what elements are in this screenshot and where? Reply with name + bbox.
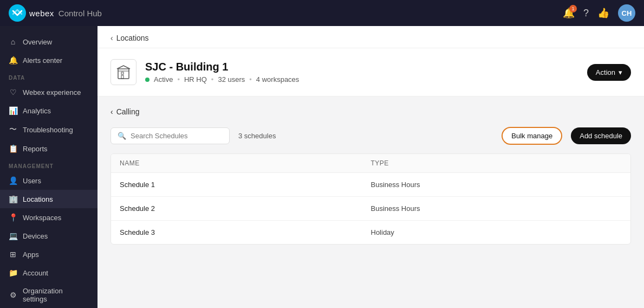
search-box: 🔍: [110, 127, 230, 144]
sidebar-label-workspaces: Workspaces: [23, 214, 61, 222]
sidebar-item-apps[interactable]: ⊞ Apps: [0, 245, 97, 264]
devices-icon: 💻: [9, 232, 17, 240]
analytics-icon: 📊: [9, 106, 17, 115]
location-info: SJC - Building 1 Active • HR HQ • 32 use…: [145, 61, 299, 84]
table-row[interactable]: Schedule 3 Holiday: [111, 221, 630, 244]
locations-icon: 🏢: [9, 195, 17, 203]
reports-icon: 📋: [9, 144, 17, 153]
settings-icon: ⚙: [9, 291, 17, 299]
content-area: ‹ Locations SJC - Building 1: [97, 26, 644, 308]
sidebar-item-workspaces[interactable]: 📍 Workspaces: [0, 208, 97, 227]
sidebar-label-locations: Locations: [23, 195, 53, 203]
location-header-left: SJC - Building 1 Active • HR HQ • 32 use…: [110, 59, 299, 85]
schedules-toolbar: 🔍 3 schedules Bulk manage Add schedule: [110, 127, 631, 145]
sidebar-item-locations[interactable]: 🏢 Locations: [0, 190, 97, 208]
table-row[interactable]: Schedule 1 Business Hours: [111, 173, 630, 197]
notification-icon[interactable]: 🔔 1: [563, 7, 575, 19]
sidebar-label-webex-experience: Webex experience: [23, 88, 81, 97]
action-button-label: Action: [596, 68, 615, 76]
sidebar-item-troubleshooting[interactable]: 〜 Troubleshooting: [0, 120, 97, 139]
sidebar-label-analytics: Analytics: [23, 107, 51, 115]
schedule-type-2: Business Hours: [371, 204, 622, 213]
col-header-name: Name: [120, 159, 371, 167]
webex-logo: webex Control Hub: [9, 4, 102, 22]
svg-rect-3: [121, 75, 123, 79]
users-icon: 👤: [9, 176, 17, 185]
location-users: 32 users: [218, 75, 245, 84]
svg-rect-2: [121, 72, 123, 74]
action-button[interactable]: Action ▾: [587, 64, 631, 81]
feedback-icon[interactable]: 👍: [597, 7, 609, 19]
brand-name: webex: [29, 9, 54, 18]
calling-label[interactable]: Calling: [116, 107, 140, 116]
action-chevron-icon: ▾: [619, 68, 622, 76]
location-breadcrumb: ‹ Locations: [97, 26, 644, 48]
topbar-left: webex Control Hub: [9, 4, 102, 22]
heart-icon: ♡: [9, 88, 17, 97]
sidebar-item-alerts[interactable]: 🔔 Alerts center: [0, 51, 97, 69]
sidebar-label-apps: Apps: [23, 251, 39, 259]
apps-icon: ⊞: [9, 250, 17, 259]
app-title: Control Hub: [58, 9, 102, 18]
location-department: HR HQ: [184, 75, 207, 84]
sidebar-item-webex-experience[interactable]: ♡ Webex experience: [0, 83, 97, 101]
sidebar-label-account: Account: [23, 269, 48, 277]
home-icon: ⌂: [9, 37, 17, 46]
bulk-manage-button[interactable]: Bulk manage: [502, 127, 562, 145]
breadcrumb-back-arrow[interactable]: ‹: [110, 34, 113, 42]
svg-point-0: [9, 4, 26, 22]
sidebar-label-overview: Overview: [23, 38, 52, 46]
building-icon: [110, 59, 136, 85]
search-input[interactable]: [131, 132, 223, 140]
location-status: Active: [154, 75, 173, 84]
topbar: webex Control Hub 🔔 1 ? 👍 CH: [0, 0, 644, 26]
sidebar-item-devices[interactable]: 💻 Devices: [0, 227, 97, 245]
troubleshoot-icon: 〜: [9, 125, 17, 134]
data-section-label: DATA: [0, 69, 97, 83]
sidebar-label-reports: Reports: [23, 145, 48, 153]
sidebar-item-reports[interactable]: 📋 Reports: [0, 139, 97, 158]
table-header: Name Type: [111, 154, 630, 173]
schedule-type-3: Holiday: [371, 228, 622, 236]
account-icon: 📁: [9, 268, 17, 277]
search-icon: 🔍: [118, 132, 126, 140]
table-row[interactable]: Schedule 2 Business Hours: [111, 197, 630, 221]
sidebar-label-org-settings: Organization settings: [23, 287, 89, 303]
sidebar-item-org-settings[interactable]: ⚙ Organization settings: [0, 282, 97, 308]
avatar[interactable]: CH: [618, 4, 635, 22]
sidebar-item-analytics[interactable]: 📊 Analytics: [0, 101, 97, 120]
notification-badge: 1: [569, 5, 577, 12]
schedule-name-3: Schedule 3: [120, 228, 371, 236]
calling-breadcrumb: ‹ Calling: [110, 107, 631, 116]
sidebar-item-users[interactable]: 👤 Users: [0, 171, 97, 190]
topbar-right: 🔔 1 ? 👍 CH: [563, 4, 635, 22]
schedules-count: 3 schedules: [238, 132, 493, 140]
help-icon[interactable]: ?: [583, 8, 589, 19]
sidebar-item-overview[interactable]: ⌂ Overview: [0, 33, 97, 51]
sidebar: ⌂ Overview 🔔 Alerts center DATA ♡ Webex …: [0, 26, 97, 308]
sidebar-label-users: Users: [23, 177, 41, 185]
location-workspaces: 4 workspaces: [256, 75, 299, 84]
location-header: SJC - Building 1 Active • HR HQ • 32 use…: [97, 48, 644, 97]
sidebar-item-account[interactable]: 📁 Account: [0, 264, 97, 282]
schedule-name-2: Schedule 2: [120, 204, 371, 213]
workspaces-icon: 📍: [9, 213, 17, 222]
calling-back-arrow[interactable]: ‹: [110, 107, 113, 116]
sidebar-label-alerts: Alerts center: [23, 56, 62, 65]
schedule-type-1: Business Hours: [371, 181, 622, 189]
status-dot: [145, 78, 149, 82]
main-layout: ⌂ Overview 🔔 Alerts center DATA ♡ Webex …: [0, 26, 644, 308]
sidebar-label-devices: Devices: [23, 232, 48, 240]
col-header-type: Type: [371, 159, 622, 167]
sub-content: ‹ Calling 🔍 3 schedules Bulk manage Add …: [97, 97, 644, 308]
schedule-name-1: Schedule 1: [120, 181, 371, 189]
location-name: SJC - Building 1: [145, 61, 299, 73]
management-section-label: MANAGEMENT: [0, 158, 97, 171]
sidebar-label-troubleshooting: Troubleshooting: [23, 126, 73, 134]
breadcrumb-locations-label[interactable]: Locations: [116, 34, 149, 42]
schedule-table: Name Type Schedule 1 Business Hours Sche…: [110, 153, 631, 245]
bell-icon: 🔔: [9, 56, 17, 65]
add-schedule-button[interactable]: Add schedule: [571, 127, 631, 144]
location-meta: Active • HR HQ • 32 users • 4 workspaces: [145, 75, 299, 84]
